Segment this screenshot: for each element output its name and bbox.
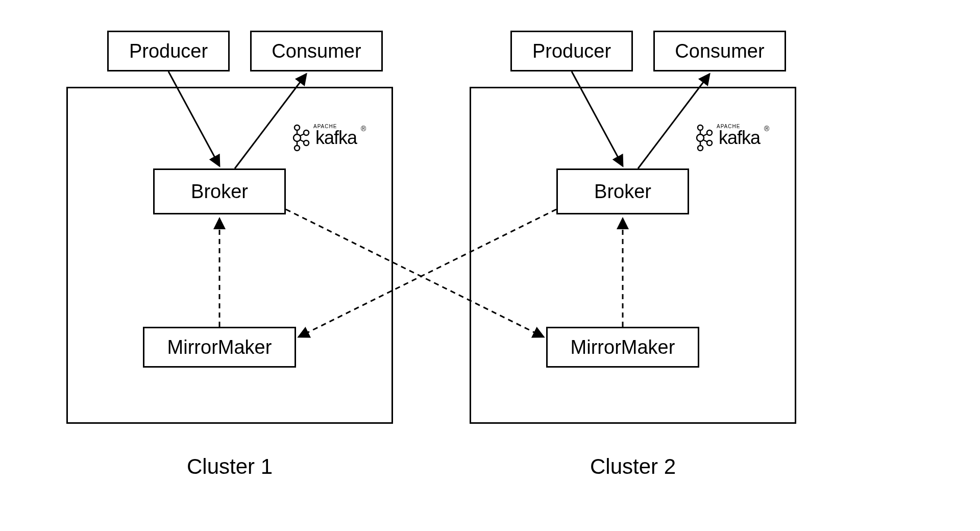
kafka-brand-text: kafka	[315, 127, 357, 149]
svg-point-12	[707, 130, 712, 135]
producer-label: Producer	[532, 40, 611, 62]
svg-line-7	[300, 134, 304, 136]
svg-line-16	[703, 134, 707, 136]
kafka-brand-small: APACHE	[313, 124, 337, 129]
broker-box-1: Broker	[153, 168, 286, 214]
consumer-label: Consumer	[272, 40, 361, 62]
mirrormaker-label: MirrorMaker	[571, 336, 675, 358]
svg-point-2	[295, 146, 300, 151]
broker-label: Broker	[594, 181, 651, 203]
consumer-box-2: Consumer	[653, 31, 786, 71]
mirrormaker-label: MirrorMaker	[167, 336, 272, 358]
kafka-brand-text: kafka	[719, 127, 760, 149]
svg-point-9	[698, 125, 703, 130]
mirrormaker-box-2: MirrorMaker	[546, 327, 699, 368]
diagram-canvas: Producer Consumer Broker MirrorMaker Pro…	[0, 0, 980, 531]
cluster-2-label: Cluster 2	[572, 454, 694, 479]
consumer-box-1: Consumer	[250, 31, 383, 71]
producer-box-2: Producer	[510, 31, 633, 71]
svg-line-8	[300, 140, 304, 142]
broker-box-2: Broker	[556, 168, 689, 214]
producer-label: Producer	[129, 40, 208, 62]
svg-point-10	[697, 134, 704, 141]
svg-point-1	[293, 134, 301, 141]
kafka-icon	[694, 123, 715, 153]
svg-line-17	[703, 140, 707, 142]
kafka-logo-1: APACHE kafka ®	[291, 123, 366, 153]
producer-box-1: Producer	[107, 31, 230, 71]
svg-point-3	[304, 130, 309, 135]
kafka-logo-2: APACHE kafka ®	[694, 123, 769, 153]
kafka-brand-small: APACHE	[717, 124, 740, 129]
broker-label: Broker	[191, 181, 248, 203]
kafka-icon	[291, 123, 311, 153]
svg-point-11	[698, 146, 703, 151]
consumer-label: Consumer	[675, 40, 764, 62]
svg-point-0	[295, 125, 300, 130]
svg-point-4	[304, 140, 309, 146]
svg-point-13	[707, 140, 712, 146]
cluster-1-label: Cluster 1	[168, 454, 291, 479]
mirrormaker-box-1: MirrorMaker	[143, 327, 296, 368]
